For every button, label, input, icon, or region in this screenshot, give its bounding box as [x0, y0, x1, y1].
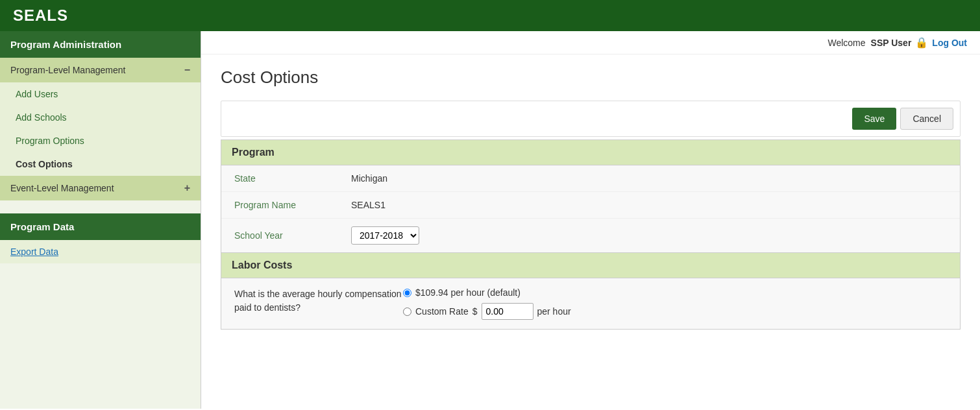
expand-icon: +: [184, 182, 190, 194]
main-layout: Program Administration Program-Level Man…: [0, 31, 980, 409]
school-year-row: School Year 2017-2018 2016-2017 2015-201…: [221, 219, 960, 252]
sidebar-program-data-header: Program Data: [0, 213, 201, 240]
program-section-header: Program: [221, 140, 960, 165]
collapse-icon: −: [184, 64, 190, 76]
logout-link[interactable]: Log Out: [932, 38, 967, 48]
lock-icon: 🔒: [915, 36, 928, 49]
program-section: Program State Michigan Program Name SEAL…: [221, 139, 961, 253]
school-year-select[interactable]: 2017-2018 2016-2017 2015-2016: [351, 226, 419, 245]
sidebar-program-level-label: Program-Level Management: [10, 65, 125, 75]
sidebar: Program Administration Program-Level Man…: [0, 31, 201, 409]
sidebar-item-add-users[interactable]: Add Users: [0, 82, 201, 106]
program-name-value: SEALS1: [351, 200, 386, 210]
page-content: Cost Options Save Cancel Program State M…: [201, 54, 980, 343]
dollar-sign: $: [472, 306, 478, 317]
welcome-text: Welcome: [827, 38, 865, 48]
save-button[interactable]: Save: [852, 108, 896, 130]
custom-rate-input[interactable]: [482, 303, 533, 320]
labor-costs-section: Labor Costs What is the average hourly c…: [221, 253, 961, 330]
sidebar-item-program-options[interactable]: Program Options: [0, 129, 201, 152]
labor-question-row: What is the average hourly compensation …: [221, 278, 960, 329]
sidebar-program-admin-header: Program Administration: [0, 31, 201, 58]
toolbar-bar: Save Cancel: [221, 101, 961, 137]
sidebar-program-level-management[interactable]: Program-Level Management −: [0, 58, 201, 82]
default-rate-label: $109.94 per hour (default): [415, 287, 521, 298]
program-name-row: Program Name SEALS1: [221, 192, 960, 219]
custom-rate-radio[interactable]: [403, 308, 411, 316]
state-label: State: [234, 173, 351, 184]
state-value: Michigan: [351, 173, 387, 184]
app-title: SEALS: [13, 6, 68, 24]
sidebar-item-add-schools[interactable]: Add Schools: [0, 106, 201, 129]
program-section-body: State Michigan Program Name SEALS1 Schoo…: [221, 165, 960, 252]
per-hour-text: per hour: [537, 306, 571, 317]
cancel-button[interactable]: Cancel: [900, 108, 953, 130]
main-content: Welcome SSP User 🔒 Log Out Cost Options …: [201, 31, 980, 409]
sidebar-event-level-label: Event-Level Management: [10, 183, 114, 193]
default-rate-row: $109.94 per hour (default): [403, 287, 571, 298]
default-rate-radio[interactable]: [403, 289, 411, 297]
program-name-label: Program Name: [234, 200, 351, 210]
page-title: Cost Options: [221, 67, 961, 88]
sidebar-export-data[interactable]: Export Data: [0, 240, 201, 263]
user-name: SSP User: [871, 38, 912, 48]
labor-costs-header: Labor Costs: [221, 253, 960, 278]
sidebar-event-level-management[interactable]: Event-Level Management +: [0, 176, 201, 200]
app-header: SEALS: [0, 0, 980, 31]
custom-rate-label: Custom Rate: [415, 306, 469, 317]
school-year-label: School Year: [234, 230, 351, 241]
top-bar: Welcome SSP User 🔒 Log Out: [201, 31, 980, 54]
sidebar-item-cost-options[interactable]: Cost Options: [0, 152, 201, 176]
labor-question: What is the average hourly compensation …: [234, 287, 403, 315]
labor-options: $109.94 per hour (default) Custom Rate $…: [403, 287, 571, 320]
custom-rate-row: Custom Rate $ per hour: [403, 303, 571, 320]
state-row: State Michigan: [221, 165, 960, 192]
labor-costs-body: What is the average hourly compensation …: [221, 278, 960, 329]
